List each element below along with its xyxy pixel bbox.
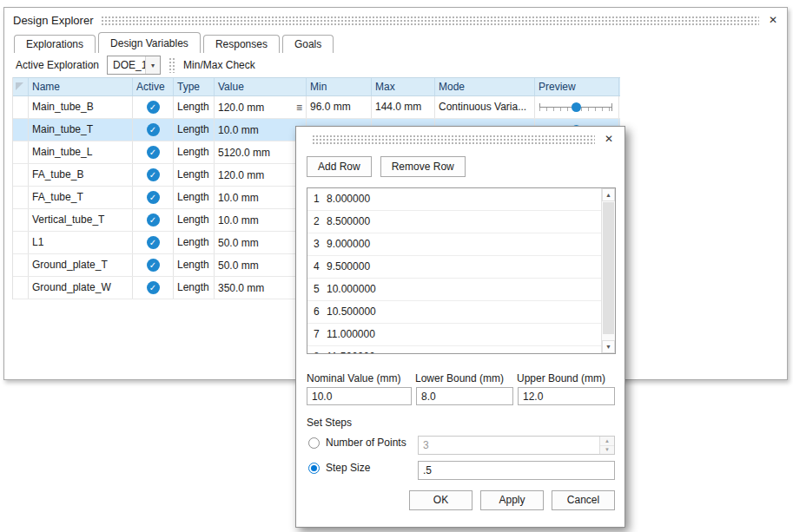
column-header-max[interactable]: Max bbox=[372, 78, 435, 95]
add-row-label: Add Row bbox=[318, 161, 360, 173]
spin-down-icon[interactable]: ▼ bbox=[600, 446, 614, 455]
active-check-icon[interactable]: ✓ bbox=[147, 191, 160, 204]
cell-mode: Continuous Varia... bbox=[435, 96, 535, 118]
step-row[interactable]: 49.500000 bbox=[307, 256, 601, 279]
cancel-button[interactable]: Cancel bbox=[552, 490, 615, 510]
step-index: 5 bbox=[314, 279, 321, 300]
upper-bound-field[interactable] bbox=[519, 388, 614, 404]
cell-value: 120.0 mm≡ bbox=[215, 96, 307, 118]
scroll-down-icon[interactable]: ▼ bbox=[602, 340, 615, 353]
step-value: 11.500000 bbox=[327, 346, 375, 353]
apply-button[interactable]: Apply bbox=[480, 490, 544, 510]
active-check-icon[interactable]: ✓ bbox=[147, 101, 160, 114]
spin-up-icon[interactable]: ▲ bbox=[600, 437, 614, 446]
step-value: 9.500000 bbox=[327, 256, 370, 278]
titlebar-grip[interactable] bbox=[101, 16, 759, 25]
remove-row-button[interactable]: Remove Row bbox=[380, 156, 466, 177]
cell-value: 5120.0 mm bbox=[215, 141, 307, 163]
active-check-icon[interactable]: ✓ bbox=[147, 236, 160, 249]
cell-preview bbox=[535, 96, 619, 118]
step-row[interactable]: 610.500000 bbox=[307, 301, 601, 324]
step-index: 7 bbox=[314, 324, 321, 345]
step-row[interactable]: 18.000000 bbox=[307, 188, 601, 211]
number-of-points-option[interactable]: Number of Points bbox=[308, 437, 406, 449]
step-index: 8 bbox=[314, 346, 321, 353]
row-handle bbox=[13, 141, 29, 163]
active-check-icon[interactable]: ✓ bbox=[147, 168, 160, 181]
steps-scrollbar[interactable]: ▲ ▼ bbox=[601, 188, 615, 353]
column-header-type[interactable]: Type bbox=[174, 78, 215, 95]
step-value: 9.000000 bbox=[327, 233, 370, 255]
scroll-up-icon[interactable]: ▲ bbox=[602, 188, 615, 201]
tab-bar: Explorations Design Variables Responses … bbox=[4, 32, 787, 53]
value-steps-menu-icon[interactable]: ≡ bbox=[296, 97, 302, 118]
step-size-field[interactable] bbox=[419, 462, 614, 479]
active-check-icon[interactable]: ✓ bbox=[147, 146, 160, 159]
tab-responses[interactable]: Responses bbox=[203, 35, 280, 53]
column-header-value[interactable]: Value bbox=[215, 78, 307, 95]
window-titlebar: Design Explorer ✕ bbox=[4, 8, 787, 32]
step-size-option[interactable]: Step Size bbox=[308, 462, 370, 474]
value-text: 50.0 mm bbox=[218, 255, 259, 276]
cell-active: ✓ bbox=[133, 187, 174, 208]
cell-type: Length bbox=[174, 277, 215, 299]
table-row-Main_tube_B[interactable]: Main_tube_B✓Length120.0 mm≡96.0 mm144.0 … bbox=[13, 96, 620, 119]
step-value: 8.000000 bbox=[327, 188, 370, 210]
dialog-titlebar-grip[interactable] bbox=[312, 135, 595, 144]
exploration-select[interactable]: DOE_1 ▾ bbox=[107, 56, 161, 75]
step-row[interactable]: 510.000000 bbox=[307, 279, 601, 301]
column-header-name[interactable]: Name bbox=[29, 78, 133, 95]
active-check-icon[interactable]: ✓ bbox=[147, 281, 160, 294]
step-row[interactable]: 711.000000 bbox=[307, 324, 601, 346]
step-index: 1 bbox=[314, 188, 321, 210]
cell-name: Vertical_tube_T bbox=[29, 209, 133, 231]
cell-active: ✓ bbox=[133, 209, 174, 231]
select-all-corner[interactable] bbox=[13, 78, 29, 95]
active-check-icon[interactable]: ✓ bbox=[147, 259, 160, 272]
cell-type: Length bbox=[174, 119, 215, 141]
toolbar-grip[interactable] bbox=[169, 57, 175, 73]
column-header-mode[interactable]: Mode bbox=[435, 78, 535, 95]
dialog-close-icon[interactable]: ✕ bbox=[602, 132, 616, 146]
cell-name: Main_tube_L bbox=[29, 141, 133, 163]
step-row[interactable]: 39.000000 bbox=[307, 233, 601, 256]
step-index: 4 bbox=[314, 256, 321, 278]
step-size-label: Step Size bbox=[326, 462, 370, 474]
cell-type: Length bbox=[174, 96, 215, 118]
step-size-radio[interactable] bbox=[308, 463, 320, 474]
steps-listbox[interactable]: 18.00000028.50000039.00000049.500000510.… bbox=[307, 187, 616, 354]
cell-active: ✓ bbox=[133, 141, 174, 163]
exploration-value: DOE_1 bbox=[108, 56, 145, 74]
column-header-min[interactable]: Min bbox=[307, 78, 372, 95]
row-handle bbox=[13, 187, 29, 208]
cell-name: L1 bbox=[29, 232, 133, 253]
lower-bound-field[interactable] bbox=[417, 388, 512, 404]
set-steps-label: Set Steps bbox=[307, 417, 352, 429]
row-handle bbox=[13, 96, 29, 118]
close-icon[interactable]: ✕ bbox=[766, 13, 780, 27]
active-check-icon[interactable]: ✓ bbox=[147, 123, 160, 136]
scrollbar-thumb[interactable] bbox=[603, 202, 614, 334]
step-index: 2 bbox=[314, 211, 321, 233]
active-check-icon[interactable]: ✓ bbox=[147, 213, 160, 227]
cell-type: Length bbox=[174, 164, 215, 186]
value-text: 10.0 mm bbox=[218, 120, 259, 141]
tab-goals[interactable]: Goals bbox=[282, 35, 334, 53]
dialog-toolbar: Add Row Remove Row bbox=[296, 151, 624, 177]
tab-design-variables[interactable]: Design Variables bbox=[98, 32, 201, 53]
number-of-points-radio[interactable] bbox=[308, 437, 320, 449]
step-row[interactable]: 811.500000 bbox=[307, 346, 601, 353]
cell-name: Ground_plate_T bbox=[29, 254, 133, 276]
column-header-preview[interactable]: Preview bbox=[535, 78, 619, 95]
preview-slider[interactable] bbox=[535, 96, 618, 118]
ok-button[interactable]: OK bbox=[409, 490, 472, 510]
nominal-value-field[interactable] bbox=[307, 388, 411, 404]
number-of-points-field[interactable] bbox=[419, 437, 600, 454]
cell-value: 10.0 mm bbox=[215, 187, 307, 208]
add-row-button[interactable]: Add Row bbox=[307, 156, 372, 177]
minmax-check-button[interactable]: Min/Max Check bbox=[183, 59, 255, 71]
spinner[interactable]: ▲ ▼ bbox=[599, 437, 614, 454]
tab-explorations[interactable]: Explorations bbox=[14, 35, 96, 53]
step-row[interactable]: 28.500000 bbox=[307, 211, 601, 233]
column-header-active[interactable]: Active bbox=[133, 78, 174, 95]
